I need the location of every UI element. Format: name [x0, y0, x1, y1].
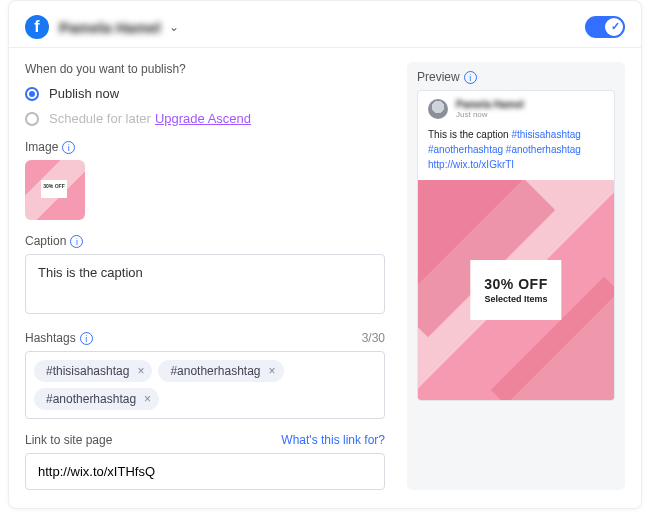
- card-header: f Pamela Hamel ⌄ ✓: [9, 1, 641, 47]
- preview-card: Pamela Hamel Just now This is the captio…: [417, 90, 615, 401]
- facebook-card: f Pamela Hamel ⌄ ✓ When do you want to p…: [8, 0, 642, 509]
- preview-header-row: Pamela Hamel Just now: [418, 91, 614, 127]
- publish-now-label: Publish now: [49, 86, 119, 101]
- hashtag-chip[interactable]: #thisisahashtag×: [34, 360, 152, 382]
- hashtag-counter: 3/30: [362, 331, 385, 345]
- preview-image: 30% OFF Selected Items: [418, 180, 614, 400]
- remove-icon[interactable]: ×: [144, 392, 151, 406]
- info-icon[interactable]: i: [70, 235, 83, 248]
- image-thumbnail[interactable]: 30% OFF: [25, 160, 85, 220]
- chevron-down-icon[interactable]: ⌄: [169, 20, 179, 34]
- remove-icon[interactable]: ×: [268, 364, 275, 378]
- hashtag-chip[interactable]: #anotherhashtag×: [34, 388, 159, 410]
- schedule-later-label: Schedule for later: [49, 111, 151, 126]
- remove-icon[interactable]: ×: [137, 364, 144, 378]
- caption-input[interactable]: This is the caption: [25, 254, 385, 314]
- link-help[interactable]: What's this link for?: [281, 433, 385, 447]
- publish-question: When do you want to publish?: [25, 62, 385, 76]
- info-icon[interactable]: i: [80, 332, 93, 345]
- caption-label: Captioni: [25, 234, 385, 248]
- avatar: [428, 99, 448, 119]
- facebook-icon: f: [25, 15, 49, 39]
- info-icon[interactable]: i: [62, 141, 75, 154]
- card-body: When do you want to publish? Publish now…: [9, 48, 641, 508]
- link-label: Link to site page: [25, 433, 112, 447]
- hashtags-label: Hashtagsi 3/30: [25, 331, 385, 345]
- image-label: Imagei: [25, 140, 385, 154]
- schedule-later-option: Schedule for later Upgrade Ascend: [25, 111, 385, 126]
- preview-text: This is the caption #thisisahashtag #ano…: [418, 127, 614, 180]
- info-icon[interactable]: i: [464, 71, 477, 84]
- radio-icon: [25, 87, 39, 101]
- account-name[interactable]: Pamela Hamel: [59, 19, 161, 36]
- preview-column: Previewi Pamela Hamel Just now This is t…: [407, 62, 625, 490]
- upgrade-link[interactable]: Upgrade Ascend: [155, 111, 251, 126]
- radio-icon: [25, 112, 39, 126]
- promo-box: 30% OFF Selected Items: [470, 260, 561, 320]
- hashtag-chip[interactable]: #anotherhashtag×: [158, 360, 283, 382]
- enable-toggle[interactable]: ✓: [585, 16, 625, 38]
- preview-timestamp: Just now: [456, 110, 524, 119]
- publish-now-option[interactable]: Publish now: [25, 86, 385, 101]
- preview-label: Previewi: [417, 70, 615, 84]
- preview-account-name: Pamela Hamel: [456, 99, 524, 110]
- form-column: When do you want to publish? Publish now…: [25, 62, 385, 490]
- link-label-row: Link to site page What's this link for?: [25, 433, 385, 447]
- hashtags-input[interactable]: #thisisahashtag× #anotherhashtag× #anoth…: [25, 351, 385, 419]
- link-input[interactable]: [25, 453, 385, 490]
